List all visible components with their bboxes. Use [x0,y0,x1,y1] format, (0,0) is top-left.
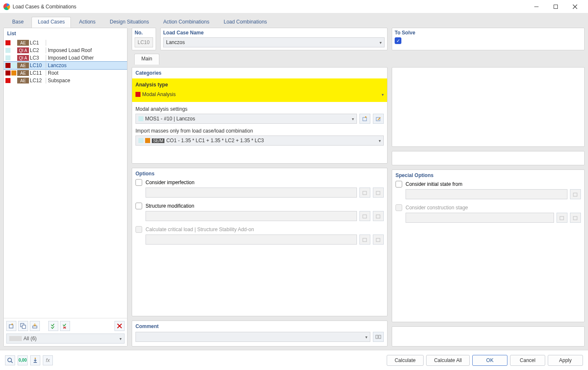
comment-title: Comment [135,323,384,329]
import-swatch-1 [138,138,143,143]
name-combo[interactable]: Lanczos ▾ [163,37,385,47]
sub-tabbar: Main [132,54,585,65]
ok-button[interactable]: OK [472,355,507,366]
svg-rect-13 [376,191,380,195]
info-panel-2 [392,151,585,165]
list-filter-select[interactable]: All (6) ▾ [6,334,125,344]
chevron-down-icon: ▾ [120,336,122,341]
color-swatch-2 [11,55,16,60]
construction-stage-combo [406,213,554,223]
color-swatch-2 [11,78,16,83]
initial-state-checkbox[interactable]: ✓ [395,181,402,188]
calculate-all-button[interactable]: Calculate All [426,355,470,366]
tab-design-situations[interactable]: Design Situations [104,17,155,28]
modal-settings-combo[interactable]: MOS1 - #10 | Lanczos ▾ [135,114,357,124]
load-case-id: LC3 [30,55,44,61]
list-item[interactable]: QI ALC3Imposed Load Other [4,54,127,62]
list-item[interactable]: AELC11Root [4,69,127,77]
apply-button[interactable]: Apply [548,355,583,366]
name-value: Lanczos [166,39,380,45]
filter-label: All (6) [23,336,36,341]
load-case-id: LC2 [30,47,44,53]
window-title: Load Cases & Combinations [13,4,527,10]
delete-button[interactable] [114,321,125,331]
special-options-title: Special Options [395,172,581,178]
chevron-down-icon: ▾ [379,138,381,143]
list-header: List [4,28,127,39]
color-swatch-2 [11,48,16,53]
category-badge: AE [17,63,29,68]
info-panel-3 [392,326,585,347]
list-item[interactable]: QI ALC2Imposed Load Roof [4,47,127,54]
svg-rect-4 [9,325,13,328]
close-button[interactable] [565,0,585,13]
initial-state-edit-button [570,189,581,199]
svg-rect-10 [363,117,367,121]
modal-settings-value: MOS1 - #10 | Lanczos [145,116,352,122]
list-item[interactable]: AELC12Subspace [4,77,127,84]
list-item[interactable]: AELC1 [4,39,127,47]
construction-stage-edit-button [570,213,581,223]
name-label: Load Case Name [163,29,385,37]
separator [46,70,46,76]
imperfection-new-button [359,188,370,198]
modal-settings-edit-button[interactable] [373,114,384,124]
import-button[interactable] [30,321,40,331]
color-swatch [5,70,10,76]
analysis-type-row: Analysis type Modal Analysis ▾ [132,78,387,102]
load-case-id: LC11 [30,70,44,76]
tab-main[interactable]: Main [134,54,159,65]
modal-settings-label: Modal analysis settings [135,106,384,112]
svg-rect-22 [573,216,577,220]
separator [46,40,46,46]
comment-library-button[interactable] [373,332,384,342]
modal-settings-new-button[interactable] [359,114,370,124]
check-all-button[interactable] [48,321,58,331]
imperfection-checkbox[interactable]: ✓ [135,179,142,186]
tab-base[interactable]: Base [6,17,30,28]
svg-line-24 [11,361,13,363]
list-body[interactable]: AELC1QI ALC2Imposed Load RoofQI ALC3Impo… [4,39,127,318]
special-options-group: Special Options ✓ Consider initial state… [392,169,585,322]
analysis-type-combo[interactable]: Modal Analysis ▾ [135,89,384,99]
svg-rect-20 [573,193,577,196]
function-button[interactable]: fx [43,355,53,365]
critical-load-label: Calculate critical load | Structure Stab… [146,227,254,232]
svg-rect-16 [363,238,367,242]
minimize-button[interactable] [527,0,546,13]
tab-action-combinations[interactable]: Action Combinations [157,17,216,28]
svg-rect-12 [363,191,367,195]
maximize-button[interactable] [546,0,565,13]
calculate-button[interactable]: Calculate [387,355,424,366]
separator [46,63,46,68]
solve-checkbox[interactable]: ✓ [395,37,401,44]
load-case-id: LC1 [30,40,44,46]
list-item[interactable]: AELC10Lanczos [4,62,127,69]
svg-rect-18 [376,335,378,339]
load-case-desc: Imposed Load Roof [48,47,125,53]
copy-item-button[interactable] [18,321,28,331]
tab-load-combinations[interactable]: Load Combinations [217,17,273,28]
category-badge: AE [17,40,29,46]
help-button[interactable] [5,355,15,365]
comment-combo[interactable]: ▾ [135,332,370,342]
critical-load-edit-button [373,235,384,245]
load-case-desc: Lanczos [48,63,125,68]
import-masses-label: Import masses only from load case/load c… [135,128,384,134]
structure-mod-checkbox[interactable]: ✓ [135,203,142,209]
tab-actions[interactable]: Actions [73,17,101,28]
new-item-button[interactable] [6,321,16,331]
svg-point-25 [35,357,36,359]
units-button[interactable]: 0,00 [18,355,28,365]
color-swatch [5,48,10,53]
category-badge: QI A [17,47,29,53]
tree-button[interactable] [30,355,40,365]
tab-load-cases[interactable]: Load Cases [31,17,71,28]
name-field: Load Case Name Lanczos ▾ [160,28,388,50]
critical-load-new-button [359,235,370,245]
cancel-button[interactable]: Cancel [510,355,545,366]
uncheck-all-button[interactable] [60,321,70,331]
import-masses-combo[interactable]: SE/M CO1 - 1.35 * LC1 + 1.35 * LC2 + 1.3… [135,135,384,146]
analysis-type-label: Analysis type [135,82,384,88]
main-tabbar: BaseLoad CasesActionsDesign SituationsAc… [3,17,585,28]
